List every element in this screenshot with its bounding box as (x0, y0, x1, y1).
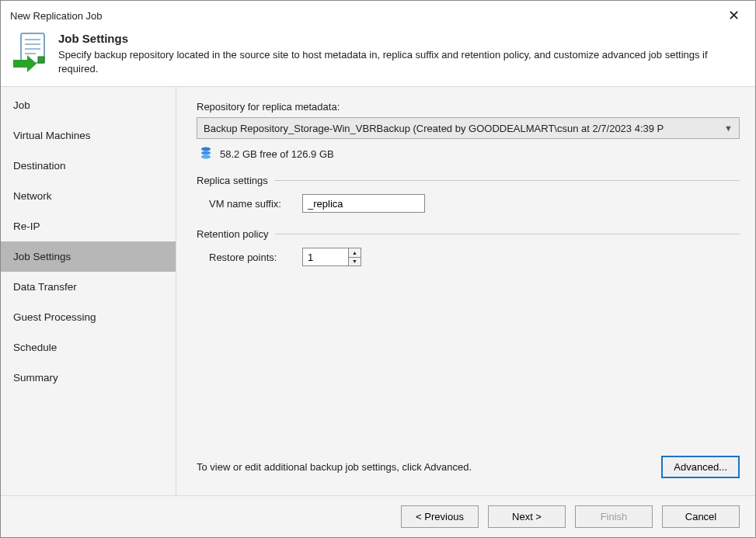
vm-suffix-label: VM name suffix: (209, 198, 294, 210)
svg-rect-5 (38, 57, 44, 63)
sidebar-item-job[interactable]: Job (1, 90, 176, 120)
restore-points-input[interactable] (303, 248, 348, 266)
page-description: Specify backup repository located in the… (58, 48, 744, 75)
next-button[interactable]: Next > (488, 505, 566, 528)
sidebar-item-guest-processing[interactable]: Guest Processing (1, 302, 176, 332)
sidebar-item-schedule[interactable]: Schedule (1, 332, 176, 363)
close-icon[interactable]: ✕ (719, 9, 747, 23)
disk-stack-icon (200, 147, 212, 161)
storage-text: 58.2 GB free of 126.9 GB (220, 148, 334, 160)
svg-point-9 (201, 155, 211, 159)
advanced-button[interactable]: Advanced... (661, 456, 740, 478)
replica-settings-group: Replica settings VM name suffix: (197, 175, 740, 213)
job-settings-icon (12, 32, 47, 72)
sidebar: Job Virtual Machines Destination Network… (1, 87, 176, 495)
svg-point-8 (201, 151, 211, 155)
replica-settings-title: Replica settings (197, 175, 268, 186)
divider (274, 180, 740, 181)
finish-button: Finish (575, 505, 653, 528)
stepper-up-icon[interactable]: ▲ (349, 248, 361, 258)
divider (275, 234, 740, 234)
sidebar-item-network[interactable]: Network (1, 181, 176, 211)
advanced-hint-row: To view or edit additional backup job se… (197, 456, 740, 486)
header-text: Job Settings Specify backup repository l… (58, 32, 744, 75)
vm-suffix-input[interactable] (302, 194, 425, 213)
sidebar-item-virtual-machines[interactable]: Virtual Machines (1, 120, 176, 151)
footer: < Previous Next > Finish Cancel (1, 495, 755, 537)
cancel-button[interactable]: Cancel (662, 505, 740, 528)
stepper-down-icon[interactable]: ▼ (349, 258, 361, 266)
repository-dropdown[interactable]: Backup Repository_Storage-Win_VBRBackup … (197, 117, 740, 139)
chevron-down-icon: ▼ (724, 123, 733, 133)
repository-label: Repository for replica metadata: (197, 101, 740, 113)
page-title: Job Settings (58, 32, 744, 45)
sidebar-item-destination[interactable]: Destination (1, 151, 176, 181)
advanced-hint: To view or edit additional backup job se… (197, 461, 472, 473)
body: Job Virtual Machines Destination Network… (1, 87, 755, 495)
sidebar-item-data-transfer[interactable]: Data Transfer (1, 272, 176, 302)
sidebar-item-re-ip[interactable]: Re-IP (1, 211, 176, 241)
sidebar-item-job-settings[interactable]: Job Settings (1, 241, 176, 272)
repository-selected: Backup Repository_Storage-Win_VBRBackup … (204, 123, 664, 134)
sidebar-item-summary[interactable]: Summary (1, 363, 176, 393)
retention-policy-group: Retention policy Restore points: ▲ ▼ (197, 228, 740, 266)
restore-points-stepper[interactable]: ▲ ▼ (302, 248, 361, 266)
dialog-window: New Replication Job ✕ Job Settings Speci… (0, 0, 756, 538)
header: Job Settings Specify backup repository l… (1, 26, 755, 87)
main-panel: Repository for replica metadata: Backup … (176, 87, 755, 495)
svg-point-7 (201, 148, 211, 151)
previous-button[interactable]: < Previous (401, 505, 479, 528)
storage-info: 58.2 GB free of 126.9 GB (200, 147, 740, 161)
titlebar: New Replication Job ✕ (1, 1, 755, 26)
restore-points-label: Restore points: (209, 252, 294, 263)
window-title: New Replication Job (10, 10, 103, 22)
retention-title: Retention policy (197, 228, 269, 240)
